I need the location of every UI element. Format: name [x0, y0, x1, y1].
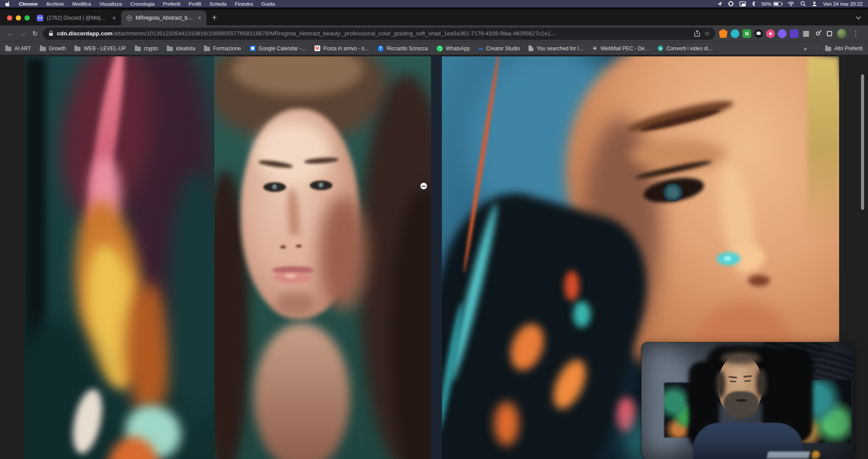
webmail-pec-icon: [592, 45, 598, 51]
fullscreen-window-button[interactable]: [24, 15, 30, 21]
user-switch-icon[interactable]: [812, 1, 817, 7]
folder-icon: [204, 47, 210, 51]
menu-archivio[interactable]: Archivio: [46, 1, 64, 7]
metamask-extension-icon[interactable]: [719, 29, 728, 38]
chrome-toolbar: ← → ↻ cdn.discordapp.com/attachments/101…: [0, 25, 868, 42]
menu-modifica[interactable]: Modifica: [72, 1, 91, 7]
back-button[interactable]: ←: [4, 28, 17, 40]
spotlight-search-icon[interactable]: [800, 1, 806, 7]
address-bar[interactable]: cdn.discordapp.com/attachments/101351233…: [43, 28, 715, 40]
bookmarks-bar: AI ART Growth WEB - LEVEL-UP crypto idea…: [0, 42, 868, 55]
webcam-vignette: [641, 342, 854, 459]
key-extension-icon[interactable]: [813, 29, 822, 38]
bookmark-label: Converti i video di...: [666, 45, 712, 52]
bookmark-label: crypto: [144, 45, 158, 52]
battery-percent: 56%: [761, 1, 771, 7]
wifi-icon[interactable]: [788, 1, 794, 7]
url-path: /attachments/1013512335442333816/1088905…: [112, 30, 557, 37]
video-converter-icon: [658, 45, 663, 51]
new-tab-button[interactable]: +: [212, 12, 217, 24]
bookmark-whatsapp[interactable]: WhatsApp: [437, 45, 470, 52]
tab-image-close-icon[interactable]: ×: [197, 15, 202, 21]
bluetooth-icon[interactable]: [752, 1, 756, 7]
menu-preferiti[interactable]: Preferiti: [163, 1, 180, 7]
bookmark-gmail-inbox[interactable]: M Posta in arrivo - ri...: [315, 45, 369, 52]
lock-icon[interactable]: [49, 33, 53, 36]
facebook-icon: f: [378, 45, 384, 52]
menu-finestra[interactable]: Finestra: [235, 1, 253, 7]
green-n-extension-icon[interactable]: N: [742, 29, 751, 38]
apple-menu-icon[interactable]: [5, 1, 10, 7]
whatsapp-icon: [437, 45, 443, 52]
zoom-out-cursor: [420, 182, 428, 190]
google-calendar-icon: [250, 45, 256, 51]
vertical-scrollbar-thumb[interactable]: [861, 74, 864, 210]
profile-avatar[interactable]: [837, 29, 847, 38]
folder-icon: [5, 47, 11, 51]
folder-icon: [167, 47, 173, 51]
reload-button[interactable]: ↻: [29, 28, 41, 40]
menu-guida[interactable]: Guida: [261, 1, 275, 7]
bookmark-label: WhatsApp: [446, 45, 470, 52]
bookmark-google-calendar[interactable]: Google Calendar -...: [250, 45, 306, 52]
teal-extension-icon[interactable]: [731, 29, 739, 38]
location-arrow-icon[interactable]: [717, 1, 722, 7]
minimize-window-button[interactable]: [16, 15, 21, 21]
bookmark-facebook-profile[interactable]: f Riccardo Scrocca: [378, 45, 428, 52]
close-window-button[interactable]: [7, 15, 12, 21]
bookmark-label: Google Calendar -...: [259, 45, 306, 52]
battery-status[interactable]: 56%: [761, 1, 782, 7]
bookmark-creator-studio[interactable]: ∞ Creator Studio: [479, 45, 520, 52]
tab-image-active[interactable]: MRregista_Abstract_beauty._ ×: [121, 10, 206, 25]
forward-button[interactable]: →: [17, 28, 29, 40]
bookmark-label: Altri Preferiti: [834, 45, 863, 52]
bookmark-folder-formazione[interactable]: Formazione: [204, 45, 241, 52]
share-icon[interactable]: [694, 30, 700, 37]
bookmark-folder-crypto[interactable]: crypto: [135, 45, 158, 52]
pink-extension-icon[interactable]: [766, 29, 775, 38]
folder-icon: [825, 47, 831, 51]
bookmark-label: idealista: [176, 45, 195, 52]
frame-extension-icon[interactable]: [825, 29, 834, 38]
folder-icon: [40, 47, 46, 51]
menu-profili[interactable]: Profili: [189, 1, 201, 7]
bookmark-converti-video[interactable]: Converti i video di...: [658, 45, 712, 52]
menu-visualizza[interactable]: Visualizza: [99, 1, 122, 7]
chrome-menu-kebab-icon[interactable]: ⋮: [850, 29, 862, 38]
bookmark-webmail-pec[interactable]: WebMail PEC - De...: [592, 45, 649, 52]
bookmark-folder-idealista[interactable]: idealista: [167, 45, 195, 52]
menu-chrome[interactable]: Chrome: [19, 1, 38, 7]
grid-extension-icon[interactable]: ▦: [802, 29, 810, 38]
menu-cronologia[interactable]: Cronologia: [130, 1, 155, 7]
tab-discord[interactable]: (2762) Discord | @Midjourney ×: [32, 10, 121, 25]
folder-icon: [135, 47, 141, 51]
bookmark-label: WebMail PEC - De...: [601, 45, 649, 52]
bookmark-label: AI ART: [14, 45, 31, 52]
tab-search-chevron-icon[interactable]: [856, 14, 861, 19]
tabs: (2762) Discord | @Midjourney × MRregista…: [32, 10, 217, 25]
purple-extension-icon[interactable]: [778, 29, 787, 38]
bookmarks-overflow-chevron[interactable]: »: [804, 45, 807, 52]
bookmark-label: Growth: [49, 45, 66, 52]
menu-bar-clock[interactable]: Ven 24 mar 20:22: [823, 1, 863, 7]
bookmark-folder-web-level-up[interactable]: WEB - LEVEL-UP: [74, 45, 126, 52]
menu-bar-status: 56% Ven 24 mar 20:22: [717, 1, 863, 7]
screen-mirroring-icon[interactable]: [739, 1, 746, 7]
github-extension-icon[interactable]: [754, 29, 763, 38]
bookmark-star-icon[interactable]: ☆: [704, 30, 710, 38]
folder-icon: [74, 47, 80, 51]
extensions-row: N ▦ ⋮: [719, 29, 864, 38]
discord-favicon: [37, 15, 43, 21]
record-dot-icon[interactable]: [728, 1, 734, 7]
bookmark-label: Riccardo Scrocca: [387, 45, 428, 52]
bookmark-folder-ai-art[interactable]: AI ART: [5, 45, 31, 52]
menu-scheda[interactable]: Scheda: [210, 1, 227, 7]
violet-extension-icon[interactable]: [790, 29, 798, 38]
other-bookmarks-folder[interactable]: Altri Preferiti: [825, 45, 863, 52]
bookmark-you-searched[interactable]: You searched for l...: [528, 45, 583, 52]
bookmark-folder-growth[interactable]: Growth: [40, 45, 66, 52]
art-panel-portrait: [214, 56, 431, 459]
tab-discord-close-icon[interactable]: ×: [112, 15, 117, 21]
bookmark-label: You searched for l...: [536, 45, 583, 52]
window-controls: [7, 15, 30, 21]
